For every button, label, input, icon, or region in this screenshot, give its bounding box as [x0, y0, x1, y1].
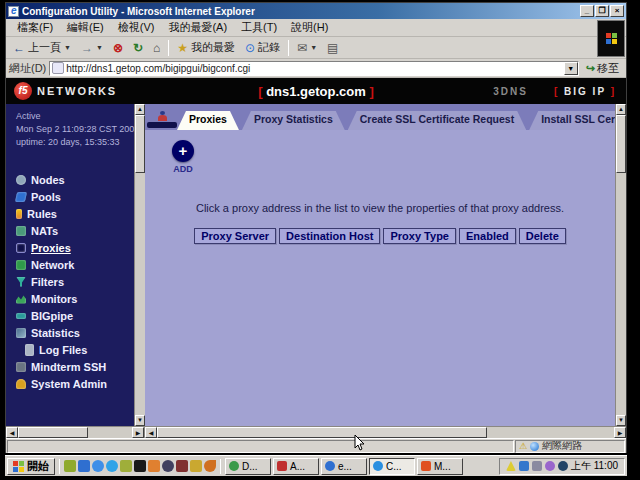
quicklaunch-icon-2[interactable]: [78, 460, 90, 472]
sidebar-item-pools[interactable]: Pools: [16, 188, 134, 205]
address-combo: ▼: [49, 61, 579, 76]
scrollbar-thumb[interactable]: [157, 427, 487, 438]
scroll-up-icon[interactable]: ▲: [135, 104, 145, 115]
favorites-button[interactable]: ★ 我的最愛: [173, 39, 239, 56]
forward-button[interactable]: → ▼: [77, 41, 107, 55]
instruction-text: Click a proxy address in the list to vie…: [145, 202, 615, 214]
menu-view[interactable]: 檢視(V): [111, 19, 162, 36]
network-map-button[interactable]: [147, 115, 177, 128]
scrollbar-thumb[interactable]: [18, 427, 88, 438]
quicklaunch-icon-1[interactable]: [64, 460, 76, 472]
address-input[interactable]: [66, 62, 564, 75]
quicklaunch-icon-8[interactable]: [162, 460, 174, 472]
content-horizontal-scrollbar[interactable]: ◀ ▶: [145, 427, 626, 438]
address-label: 網址(D): [9, 61, 46, 76]
product-bigip-label: [ BIG IP ]: [554, 86, 616, 97]
sidebar-item-filters[interactable]: Filters: [16, 273, 134, 290]
column-proxy-server: Proxy Server: [194, 228, 276, 244]
menu-tools[interactable]: 工具(T): [234, 19, 284, 36]
restore-button[interactable]: ❐: [595, 5, 609, 17]
back-button[interactable]: ← 上一頁 ▼: [9, 39, 75, 56]
go-button[interactable]: ↪ 移至: [582, 61, 623, 76]
tray-icon-4[interactable]: [545, 461, 555, 471]
sidebar-item-statistics[interactable]: Statistics: [16, 324, 134, 341]
system-datetime: Mon Sep 2 11:09:28 CST 2002: [16, 123, 134, 136]
quicklaunch-icon-10[interactable]: [190, 460, 202, 472]
sidebar-item-bigpipe[interactable]: BIGpipe: [16, 307, 134, 324]
sidebar-item-rules[interactable]: Rules: [16, 205, 134, 222]
system-tray: 上午 11:00: [499, 458, 625, 475]
sidebar-item-mindterm-ssh[interactable]: Mindterm SSH: [16, 358, 134, 375]
back-dropdown-icon[interactable]: ▼: [64, 44, 71, 51]
mail-dropdown-icon[interactable]: ▼: [310, 44, 317, 51]
menu-file[interactable]: 檔案(F): [10, 19, 60, 36]
sidebar-item-nats[interactable]: NATs: [16, 222, 134, 239]
stop-button[interactable]: ⊗: [109, 41, 127, 55]
menu-favorites[interactable]: 我的最愛(A): [161, 19, 234, 36]
nodes-icon: [16, 175, 26, 185]
start-button[interactable]: 開始: [7, 458, 55, 475]
menu-help[interactable]: 說明(H): [284, 19, 335, 36]
sidebar-item-monitors[interactable]: Monitors: [16, 290, 134, 307]
address-dropdown-icon[interactable]: ▼: [564, 62, 578, 75]
column-destination-host: Destination Host: [279, 228, 380, 244]
tab-install-ssl-certificate[interactable]: Install SSL Certifi: [529, 111, 615, 130]
close-button[interactable]: ×: [610, 5, 624, 17]
content-vertical-scrollbar[interactable]: ▲ ▼: [615, 104, 626, 426]
print-button[interactable]: ▤: [323, 41, 342, 55]
sidebar-item-nodes[interactable]: Nodes: [16, 171, 134, 188]
task-button-4-active[interactable]: C...: [369, 458, 415, 475]
scroll-down-icon[interactable]: ▼: [135, 415, 145, 426]
refresh-button[interactable]: ↻: [129, 41, 147, 55]
quicklaunch-icon-9[interactable]: [176, 460, 188, 472]
scrollbar-thumb[interactable]: [135, 115, 145, 173]
tray-icon-5[interactable]: [558, 461, 568, 471]
menu-bar: 檔案(F) 編輯(E) 檢視(V) 我的最愛(A) 工具(T) 說明(H): [6, 19, 626, 37]
scroll-right-icon[interactable]: ▶: [614, 427, 626, 438]
forward-dropdown-icon[interactable]: ▼: [96, 44, 103, 51]
task-button-5[interactable]: M...: [417, 458, 463, 475]
scroll-down-icon[interactable]: ▼: [616, 415, 626, 426]
quicklaunch-icon-3[interactable]: [92, 460, 104, 472]
scroll-up-icon[interactable]: ▲: [616, 104, 626, 115]
toolbar-separator: [168, 40, 169, 56]
quicklaunch-icon-11[interactable]: [204, 460, 216, 472]
quicklaunch-icon-7[interactable]: [148, 460, 160, 472]
task-button-2[interactable]: A...: [273, 458, 319, 475]
quicklaunch-icon-6[interactable]: [134, 460, 146, 472]
scrollbar-thumb[interactable]: [616, 115, 626, 173]
mail-button[interactable]: ✉ ▼: [293, 41, 321, 55]
system-admin-icon: [16, 379, 26, 389]
sidebar-item-proxies[interactable]: Proxies: [16, 239, 134, 256]
quicklaunch-icon-4[interactable]: [106, 460, 118, 472]
home-button[interactable]: ⌂: [149, 41, 164, 55]
ie-page-icon: [8, 6, 19, 17]
windows-start-icon: [13, 461, 24, 472]
sidebar-vertical-scrollbar[interactable]: ▲ ▼: [134, 104, 145, 426]
scroll-left-icon[interactable]: ◀: [145, 427, 157, 438]
tab-proxy-statistics[interactable]: Proxy Statistics: [242, 111, 345, 130]
tray-icon-3[interactable]: [532, 461, 542, 471]
task-button-3[interactable]: e...: [321, 458, 367, 475]
add-proxy-button[interactable]: + ADD: [163, 140, 203, 174]
menu-edit[interactable]: 編輯(E): [60, 19, 111, 36]
sidebar-item-log-files[interactable]: Log Files: [16, 341, 134, 358]
sidebar-horizontal-scrollbar[interactable]: ◀ ▶: [6, 427, 145, 438]
tab-create-ssl-certificate-request[interactable]: Create SSL Certificate Request: [348, 111, 526, 130]
scroll-left-icon[interactable]: ◀: [6, 427, 18, 438]
task-button-1[interactable]: D...: [225, 458, 271, 475]
tab-proxies[interactable]: Proxies: [177, 111, 239, 130]
banner-hostname: [ dns1.getop.com ]: [258, 84, 374, 99]
scroll-right-icon[interactable]: ▶: [132, 427, 144, 438]
column-delete: Delete: [519, 228, 566, 244]
tray-icon-2[interactable]: [519, 461, 529, 471]
history-button[interactable]: ⊙ 記錄: [241, 39, 284, 56]
system-uptime: uptime: 20 days, 15:35:33: [16, 136, 134, 149]
minimize-button[interactable]: _: [580, 5, 594, 17]
sidebar-item-system-admin[interactable]: System Admin: [16, 375, 134, 392]
favorites-star-icon: ★: [177, 42, 188, 54]
add-plus-icon[interactable]: +: [172, 140, 194, 162]
tray-icon-1[interactable]: [506, 461, 516, 471]
sidebar-item-network[interactable]: Network: [16, 256, 134, 273]
quicklaunch-icon-5[interactable]: [120, 460, 132, 472]
